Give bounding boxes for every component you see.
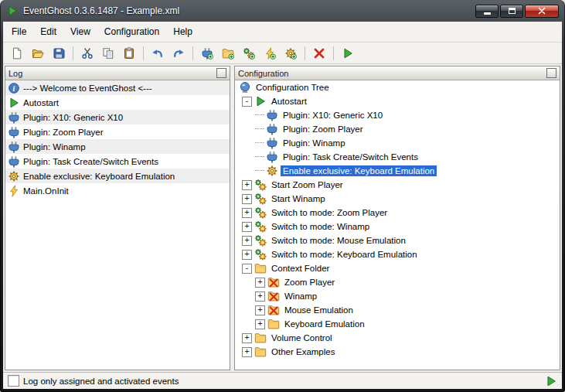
app-icon xyxy=(6,5,19,17)
paste-button[interactable] xyxy=(119,43,139,63)
expand-icon[interactable]: + xyxy=(255,319,265,329)
toolbar xyxy=(3,43,562,64)
tree-item[interactable]: -Context Folder xyxy=(235,261,560,275)
tree-item[interactable]: Plugin: X10: Generic X10 xyxy=(235,108,560,122)
menu-edit[interactable]: Edit xyxy=(33,22,63,41)
expand-icon[interactable]: + xyxy=(255,305,265,315)
tree-item[interactable]: +Start Zoom Player xyxy=(235,178,560,192)
tree-item-label: Keyboard Emulation xyxy=(282,319,367,329)
tree-connector xyxy=(255,170,264,172)
expand-icon[interactable]: + xyxy=(242,347,252,357)
tree-item[interactable]: +Other Examples xyxy=(235,345,560,359)
tree-item[interactable]: Plugin: Task Create/Switch Events xyxy=(235,150,560,164)
add-macro-button[interactable] xyxy=(239,43,259,63)
log-list: i---> Welcome to EventGhost <---Autostar… xyxy=(5,80,230,370)
tree-item-label: Volume Control xyxy=(269,332,335,343)
add-action-button[interactable] xyxy=(281,43,301,63)
new-file-button[interactable] xyxy=(7,43,27,63)
add-folder-button[interactable] xyxy=(218,43,238,63)
log-row[interactable]: Enable exclusive: Keyboard Emulation xyxy=(5,169,230,183)
pane-dock-icon[interactable] xyxy=(546,68,556,78)
plugin-icon xyxy=(8,141,20,153)
log-row[interactable]: Plugin: Task Create/Switch Events xyxy=(5,154,230,169)
action-icon xyxy=(8,170,20,182)
tree-item[interactable]: +Switch to mode: Zoom Player xyxy=(235,206,560,220)
expand-icon[interactable]: + xyxy=(242,194,252,204)
log-row-text: Plugin: Task Create/Switch Events xyxy=(23,157,158,166)
redo-button[interactable] xyxy=(168,43,189,63)
log-row[interactable]: Plugin: Winamp xyxy=(5,139,230,154)
maximize-button[interactable] xyxy=(500,5,523,18)
open-file-button[interactable] xyxy=(28,43,48,63)
copy-button[interactable] xyxy=(98,43,118,63)
add-plugin-button[interactable] xyxy=(197,43,217,63)
plugin-icon xyxy=(8,126,20,138)
menu-configuration[interactable]: Configuration xyxy=(97,22,166,41)
tree-item[interactable]: +Winamp xyxy=(235,289,560,303)
collapse-icon[interactable]: - xyxy=(242,264,252,274)
save-button[interactable] xyxy=(49,43,69,63)
tree-item-label: Configuration Tree xyxy=(254,82,332,93)
expand-icon[interactable]: + xyxy=(242,333,252,343)
log-row-text: Autostart xyxy=(23,98,59,107)
expand-icon[interactable]: + xyxy=(255,291,265,302)
tree-item[interactable]: Configuration Tree xyxy=(235,80,560,94)
menu-help[interactable]: Help xyxy=(166,22,199,41)
tree-item-label: Autostart xyxy=(269,96,309,107)
maximize-icon xyxy=(509,8,516,14)
disable-item-button[interactable] xyxy=(309,43,329,63)
execute-button[interactable] xyxy=(338,43,358,63)
tree-item[interactable]: Plugin: Zoom Player xyxy=(235,122,560,136)
tree-item[interactable]: +Switch to mode: Winamp xyxy=(235,220,560,233)
window-title: EventGhost 0.3.6.1487 - Example.xml xyxy=(23,5,475,16)
tree-connector xyxy=(255,114,264,116)
tree-item-label: Plugin: Zoom Player xyxy=(281,124,366,135)
expand-icon[interactable]: + xyxy=(242,222,252,232)
tree-item[interactable]: +Keyboard Emulation xyxy=(235,317,560,331)
expand-icon[interactable]: + xyxy=(255,278,265,288)
tree-item[interactable]: +Start Winamp xyxy=(235,192,560,206)
undo-button[interactable] xyxy=(148,43,168,63)
tree-item[interactable]: Enable exclusive: Keyboard Emulation xyxy=(235,164,560,178)
info-icon: i xyxy=(8,82,20,94)
execute-icon[interactable] xyxy=(545,375,557,387)
add-macro-icon xyxy=(243,47,255,60)
pane-dock-icon[interactable] xyxy=(216,68,226,78)
tree-item[interactable]: +Zoom Player xyxy=(235,275,560,289)
collapse-icon[interactable]: - xyxy=(242,97,252,107)
log-row-text: Plugin: X10: Generic X10 xyxy=(23,113,123,122)
title-bar[interactable]: EventGhost 0.3.6.1487 - Example.xml xyxy=(0,0,565,22)
tree-item[interactable]: +Volume Control xyxy=(235,331,560,345)
tree-item[interactable]: +Switch to mode: Mouse Emulation xyxy=(235,233,560,247)
expand-icon[interactable]: + xyxy=(242,250,252,260)
paste-icon xyxy=(123,47,135,60)
expand-icon[interactable]: + xyxy=(242,236,252,246)
menu-view[interactable]: View xyxy=(63,22,97,41)
log-row[interactable]: i---> Welcome to EventGhost <--- xyxy=(5,80,230,95)
tree-item-label: Mouse Emulation xyxy=(282,305,356,315)
add-event-button[interactable] xyxy=(260,43,280,63)
expand-icon[interactable]: + xyxy=(242,180,252,190)
save-icon xyxy=(53,47,65,60)
action-icon xyxy=(266,165,278,177)
add-plugin-icon xyxy=(201,47,213,60)
log-filter-checkbox[interactable] xyxy=(8,375,19,387)
log-row[interactable]: Autostart xyxy=(5,95,230,110)
tree-item-label: Context Folder xyxy=(269,263,332,274)
close-button[interactable] xyxy=(525,5,559,18)
tree-item[interactable]: +Switch to mode: Keyboard Emulation xyxy=(235,247,560,261)
tree-item[interactable]: +Mouse Emulation xyxy=(235,303,560,317)
expand-icon[interactable]: + xyxy=(242,208,252,218)
cut-button[interactable] xyxy=(77,43,97,63)
minimize-button[interactable] xyxy=(475,5,499,18)
main-area: Log i---> Welcome to EventGhost <---Auto… xyxy=(3,64,562,372)
log-row[interactable]: Plugin: Zoom Player xyxy=(5,124,230,139)
macro-icon xyxy=(254,206,267,219)
log-row[interactable]: Main.OnInit xyxy=(5,183,230,198)
tree-item[interactable]: -Autostart xyxy=(235,94,560,108)
menu-file[interactable]: File xyxy=(5,22,33,41)
tree-item[interactable]: Plugin: Winamp xyxy=(235,136,560,150)
folder-disabled-icon xyxy=(267,304,280,316)
log-row[interactable]: Plugin: X10: Generic X10 xyxy=(5,110,230,124)
tree-item-label: Start Winamp xyxy=(269,193,328,204)
